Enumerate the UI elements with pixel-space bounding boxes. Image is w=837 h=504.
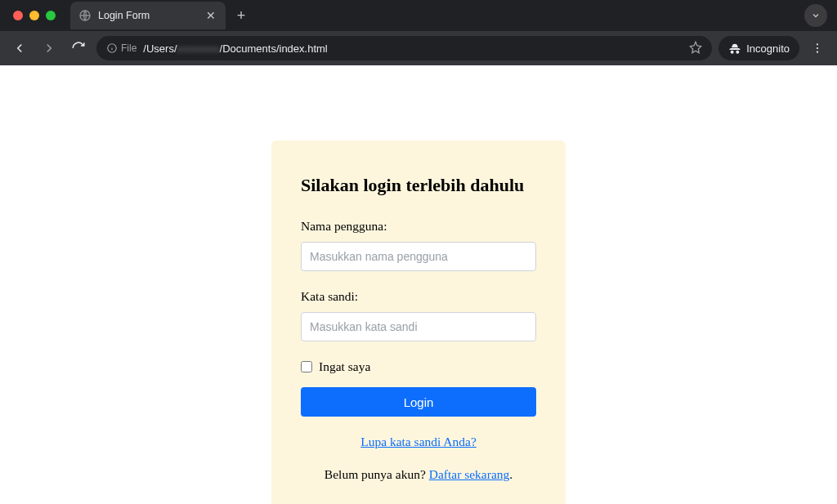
username-label: Nama pengguna: xyxy=(301,219,536,234)
login-card: Silakan login terlebih dahulu Nama pengg… xyxy=(271,140,566,504)
forgot-password-row: Lupa kata sandi Anda? xyxy=(301,435,536,449)
url-scheme-label: File xyxy=(121,42,137,54)
reload-button[interactable] xyxy=(67,37,90,60)
url-text: /Users/xxxxxxxx/Documents/index.html xyxy=(143,42,327,55)
page-viewport[interactable]: Silakan login terlebih dahulu Nama pengg… xyxy=(0,65,837,504)
password-input[interactable] xyxy=(301,312,536,341)
browser-toolbar: File /Users/xxxxxxxx/Documents/index.htm… xyxy=(0,31,837,65)
forgot-password-link[interactable]: Lupa kata sandi Anda? xyxy=(360,435,477,448)
forward-button[interactable] xyxy=(38,37,60,60)
login-button[interactable]: Login xyxy=(301,387,536,417)
tab-title: Login Form xyxy=(98,10,198,21)
password-label: Kata sandi: xyxy=(301,289,536,304)
svg-point-4 xyxy=(817,43,818,45)
page-content: Silakan login terlebih dahulu Nama pengg… xyxy=(0,65,837,504)
file-scheme-indicator: File xyxy=(106,42,137,54)
svg-point-5 xyxy=(817,47,818,49)
new-tab-button[interactable]: + xyxy=(231,5,252,26)
signup-suffix: . xyxy=(509,467,512,481)
incognito-badge[interactable]: Incognito xyxy=(718,36,799,60)
remember-me-checkbox[interactable] xyxy=(301,361,312,372)
login-heading: Silakan login terlebih dahulu xyxy=(301,175,536,196)
bookmark-icon[interactable] xyxy=(689,41,702,56)
username-input[interactable] xyxy=(301,242,536,271)
signup-link[interactable]: Daftar sekarang xyxy=(429,467,510,481)
browser-tab[interactable]: Login Form ✕ xyxy=(70,2,226,29)
window-controls xyxy=(13,11,56,20)
tab-strip: Login Form ✕ + xyxy=(0,0,837,31)
window-close-button[interactable] xyxy=(13,11,23,20)
browser-menu-button[interactable] xyxy=(806,37,829,60)
window-menu-button[interactable] xyxy=(804,4,827,27)
window-maximize-button[interactable] xyxy=(46,11,56,20)
browser-chrome: Login Form ✕ + File /Users/xxxxxxxx/Docu… xyxy=(0,0,837,65)
incognito-icon xyxy=(728,42,741,55)
address-bar[interactable]: File /Users/xxxxxxxx/Documents/index.htm… xyxy=(96,36,712,60)
remember-me-row[interactable]: Ingat saya xyxy=(301,359,536,374)
close-icon[interactable]: ✕ xyxy=(204,9,217,22)
window-minimize-button[interactable] xyxy=(29,11,39,20)
signup-prompt: Belum punya akun? xyxy=(325,467,429,481)
svg-point-6 xyxy=(817,51,818,53)
back-button[interactable] xyxy=(8,37,31,60)
remember-me-label: Ingat saya xyxy=(319,359,370,374)
globe-icon xyxy=(78,9,92,22)
incognito-label: Incognito xyxy=(746,42,790,55)
signup-row: Belum punya akun? Daftar sekarang. xyxy=(301,467,536,482)
